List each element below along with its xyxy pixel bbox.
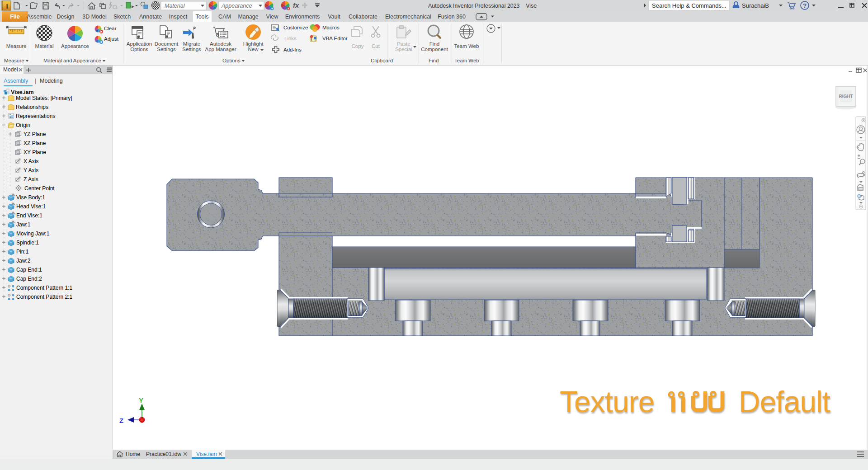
svg-text:Manage: Manage bbox=[238, 14, 258, 20]
svg-text:Origin: Origin bbox=[16, 122, 30, 128]
svg-text:Component Pattern 2:1: Component Pattern 2:1 bbox=[16, 294, 72, 300]
svg-text:Vise Body:1: Vise Body:1 bbox=[16, 194, 45, 201]
svg-text:Inspect: Inspect bbox=[169, 14, 188, 20]
svg-text:Pin:1: Pin:1 bbox=[16, 249, 29, 255]
svg-text:?: ? bbox=[803, 2, 807, 9]
svg-text:Fusion 360: Fusion 360 bbox=[438, 14, 466, 20]
svg-text:Y: Y bbox=[139, 396, 143, 404]
svg-text:Electromechanical: Electromechanical bbox=[385, 14, 431, 20]
svg-text:Environments: Environments bbox=[285, 14, 320, 20]
svg-text:Practice01.idw: Practice01.idw bbox=[146, 451, 181, 457]
svg-text:3D Model: 3D Model bbox=[82, 14, 107, 20]
svg-text:Home: Home bbox=[126, 451, 140, 457]
svg-text:End Vise:1: End Vise:1 bbox=[16, 212, 42, 219]
svg-text:I: I bbox=[6, 2, 8, 10]
svg-text:View: View bbox=[266, 14, 279, 20]
svg-text:Assemble: Assemble bbox=[27, 14, 52, 20]
svg-text:Vise.iam: Vise.iam bbox=[196, 451, 217, 457]
svg-text:Jaw:1: Jaw:1 bbox=[16, 221, 31, 228]
svg-text:Tools: Tools bbox=[195, 14, 208, 20]
svg-text:Representations: Representations bbox=[16, 113, 55, 119]
svg-text:Search Help & Commands...: Search Help & Commands... bbox=[652, 2, 726, 9]
svg-text:Sketch: Sketch bbox=[113, 14, 131, 20]
svg-text:Vise.iam: Vise.iam bbox=[11, 89, 34, 95]
svg-text:Y Axis: Y Axis bbox=[24, 167, 38, 174]
svg-text:Spindle:1: Spindle:1 bbox=[16, 240, 39, 246]
svg-text:Design: Design bbox=[57, 14, 75, 20]
svg-text:Moving Jaw:1: Moving Jaw:1 bbox=[16, 230, 50, 237]
svg-text:Component Pattern 1:1: Component Pattern 1:1 bbox=[16, 285, 72, 291]
svg-text:Head Vise:1: Head Vise:1 bbox=[16, 203, 46, 210]
svg-text:RIGHT: RIGHT bbox=[839, 94, 853, 99]
svg-text:SurachaiB: SurachaiB bbox=[742, 2, 769, 9]
svg-text:Vault: Vault bbox=[328, 14, 340, 20]
svg-text:Texture: Texture bbox=[560, 385, 654, 418]
svg-text:YZ Plane: YZ Plane bbox=[24, 131, 46, 137]
svg-text:Cap End:2: Cap End:2 bbox=[16, 276, 42, 282]
svg-text:File: File bbox=[10, 14, 20, 20]
svg-text:Relationships: Relationships bbox=[16, 104, 48, 110]
svg-text:XY Plane: XY Plane bbox=[24, 149, 46, 155]
svg-text:Jaw:2: Jaw:2 bbox=[16, 258, 31, 264]
svg-text:Material: Material bbox=[165, 3, 185, 9]
svg-text:Z Axis: Z Axis bbox=[24, 176, 38, 183]
svg-text:Collaborate: Collaborate bbox=[349, 14, 377, 20]
svg-text:fx: fx bbox=[293, 1, 299, 9]
svg-text:Appearance: Appearance bbox=[221, 3, 252, 9]
svg-text:Center Point: Center Point bbox=[24, 185, 55, 192]
svg-text:Z: Z bbox=[119, 417, 123, 424]
svg-text:Annotate: Annotate bbox=[139, 14, 162, 20]
svg-text:Default: Default bbox=[739, 385, 830, 418]
svg-text:Cap End:1: Cap End:1 bbox=[16, 267, 42, 273]
svg-text:XZ Plane: XZ Plane bbox=[24, 140, 46, 146]
svg-text:CAM: CAM bbox=[218, 14, 231, 20]
svg-text:Model States: [Primary]: Model States: [Primary] bbox=[16, 95, 72, 101]
svg-text:X Axis: X Axis bbox=[24, 158, 38, 164]
